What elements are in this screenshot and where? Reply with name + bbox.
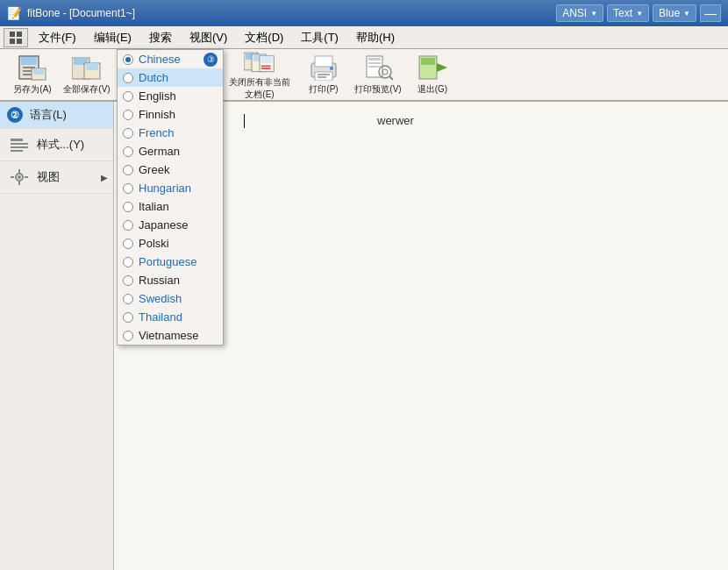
print-label: 打印(P) [309,83,338,96]
menu-search[interactable]: 搜索 [140,27,181,48]
ansi-dropdown[interactable]: ANSI [556,4,603,22]
menu-help[interactable]: 帮助(H) [347,27,403,48]
svg-rect-52 [11,146,28,148]
title-bar-left: 📝 fitBone - [Document1~] [7,6,135,20]
radio-portuguese [123,257,133,267]
svg-rect-51 [11,143,28,145]
svg-rect-59 [25,176,28,178]
app-icon: 📝 [7,6,22,20]
radio-swedish [123,294,133,304]
svg-point-39 [330,67,333,70]
radio-finnish [123,110,133,120]
print-icon [308,53,339,82]
svg-rect-3 [17,39,22,44]
svg-rect-53 [11,150,23,152]
radio-japanese [123,220,133,231]
radio-chinese [123,54,133,65]
close-all-unnamed-button[interactable]: 关闭所有非当前文档(E) [225,51,295,98]
svg-point-45 [382,69,388,75]
svg-rect-35 [315,56,332,67]
sidebar-view[interactable]: 视图 ▶ [0,161,113,194]
save-as-label: 另存为(A) [13,83,51,96]
radio-dutch [123,73,133,83]
svg-rect-43 [368,66,381,68]
svg-rect-15 [86,63,98,70]
svg-point-55 [18,175,21,179]
exit-button[interactable]: 退出(G) [407,51,458,98]
lang-greek[interactable]: Greek [118,160,223,179]
lang-finnish[interactable]: Finnish [118,105,223,124]
radio-thailand [123,312,133,323]
doc-content: werwer [377,114,414,127]
language-label: 语言(L) [30,107,67,123]
print-preview-button[interactable]: 打印预览(V) [353,51,403,98]
svg-rect-37 [318,74,330,75]
svg-rect-5 [21,56,37,65]
radio-french [123,128,133,139]
lang-thailand[interactable]: Thailand [118,308,223,326]
lang-english[interactable]: English [118,87,223,105]
lang-chinese[interactable]: Chinese ③ [118,50,223,68]
lang-dutch[interactable]: Dutch [118,68,223,87]
print-preview-label: 打印预览(V) [354,83,401,96]
lang-japanese[interactable]: Japanese [118,216,223,234]
close-all-unnamed-label: 关闭所有非当前文档(E) [225,76,294,101]
svg-rect-31 [261,56,273,63]
blue-dropdown[interactable]: Blue [653,4,696,22]
gear-icon [7,167,32,188]
menu-edit[interactable]: 编辑(E) [85,27,140,48]
lang-german[interactable]: German [118,142,223,160]
svg-rect-2 [10,39,15,44]
lang-portuguese[interactable]: Portuguese [118,253,223,271]
print-preview-icon [362,53,394,82]
title-bar-right: ANSI Text Blue — [556,4,721,22]
lang-french[interactable]: French [118,124,223,142]
svg-marker-48 [437,63,447,72]
text-dropdown[interactable]: Text [607,4,649,22]
menu-view[interactable]: 视图(V) [181,27,236,48]
toolbar: 另存为(A) 全部保存(V) 关闭(C) [0,49,728,102]
svg-rect-42 [368,62,381,64]
radio-vietnamese [123,331,133,341]
lang-italian[interactable]: Italian [118,197,223,216]
save-as-button[interactable]: 另存为(A) [7,51,58,98]
window-title: fitBone - [Document1~] [27,7,135,19]
lang-swedish[interactable]: Swedish [118,289,223,308]
svg-rect-38 [318,76,326,78]
sidebar-language[interactable]: ② 语言(L) [0,102,113,129]
svg-rect-11 [33,68,44,75]
title-bar: 📝 fitBone - [Document1~] ANSI Text Blue … [0,0,728,26]
exit-label: 退出(G) [418,83,447,96]
sidebar: ② 语言(L) 样式...(Y) 视图 ▶ [0,102,114,570]
menu-tools[interactable]: 工具(T) [292,27,347,48]
text-cursor [244,114,245,128]
close-all-unnamed-icon [244,48,275,75]
exit-icon [417,53,448,82]
sidebar-style[interactable]: 样式...(Y) [0,129,113,161]
language-dropdown: Chinese ③ Dutch English Finnish French G… [117,49,224,346]
minimize-button[interactable]: — [700,4,721,22]
svg-rect-0 [10,32,15,37]
lang-hungarian[interactable]: Hungarian [118,179,223,197]
svg-rect-49 [421,58,435,65]
menu-document[interactable]: 文档(D) [236,27,292,48]
radio-hungarian [123,183,133,194]
lang-russian[interactable]: Russian [118,271,223,289]
save-as-icon [17,53,48,82]
svg-rect-58 [11,176,14,178]
grid-button[interactable] [4,28,28,47]
svg-rect-50 [11,139,23,141]
lang-vietnamese[interactable]: Vietnamese [118,326,223,345]
svg-rect-1 [17,32,22,37]
badge-3: ③ [203,53,218,67]
lang-polski[interactable]: Polski [118,234,223,253]
radio-german [123,146,133,157]
menu-file[interactable]: 文件(F) [30,27,85,48]
save-all-button[interactable]: 全部保存(V) [61,51,112,98]
print-button[interactable]: 打印(P) [298,51,349,98]
radio-russian [123,275,133,286]
svg-rect-9 [23,74,32,75]
style-icon [7,134,32,155]
svg-rect-56 [18,169,20,173]
svg-line-46 [389,76,393,80]
